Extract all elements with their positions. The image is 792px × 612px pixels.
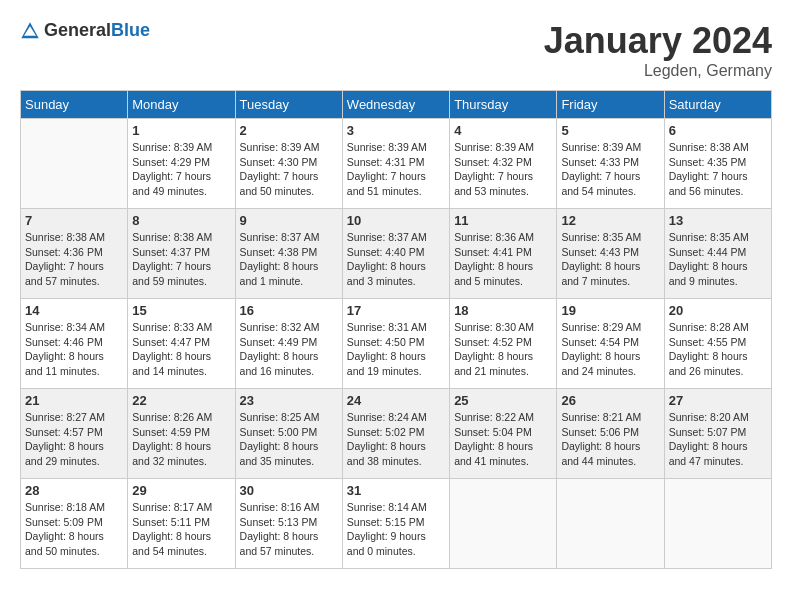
day-number: 11 [454, 213, 552, 228]
calendar-cell: 15Sunrise: 8:33 AMSunset: 4:47 PMDayligh… [128, 299, 235, 389]
day-number: 15 [132, 303, 230, 318]
day-info: Sunrise: 8:38 AMSunset: 4:35 PMDaylight:… [669, 140, 767, 199]
day-info: Sunrise: 8:32 AMSunset: 4:49 PMDaylight:… [240, 320, 338, 379]
day-number: 10 [347, 213, 445, 228]
day-info: Sunrise: 8:39 AMSunset: 4:29 PMDaylight:… [132, 140, 230, 199]
day-number: 25 [454, 393, 552, 408]
calendar-cell: 8Sunrise: 8:38 AMSunset: 4:37 PMDaylight… [128, 209, 235, 299]
day-info: Sunrise: 8:35 AMSunset: 4:43 PMDaylight:… [561, 230, 659, 289]
calendar-cell: 24Sunrise: 8:24 AMSunset: 5:02 PMDayligh… [342, 389, 449, 479]
day-info: Sunrise: 8:26 AMSunset: 4:59 PMDaylight:… [132, 410, 230, 469]
day-info: Sunrise: 8:14 AMSunset: 5:15 PMDaylight:… [347, 500, 445, 559]
calendar-cell: 31Sunrise: 8:14 AMSunset: 5:15 PMDayligh… [342, 479, 449, 569]
day-info: Sunrise: 8:31 AMSunset: 4:50 PMDaylight:… [347, 320, 445, 379]
logo-blue: Blue [111, 20, 150, 40]
col-header-sunday: Sunday [21, 91, 128, 119]
calendar-cell: 25Sunrise: 8:22 AMSunset: 5:04 PMDayligh… [450, 389, 557, 479]
day-number: 8 [132, 213, 230, 228]
day-number: 29 [132, 483, 230, 498]
day-info: Sunrise: 8:30 AMSunset: 4:52 PMDaylight:… [454, 320, 552, 379]
day-number: 7 [25, 213, 123, 228]
logo: GeneralBlue [20, 20, 150, 41]
day-info: Sunrise: 8:18 AMSunset: 5:09 PMDaylight:… [25, 500, 123, 559]
calendar-cell: 22Sunrise: 8:26 AMSunset: 4:59 PMDayligh… [128, 389, 235, 479]
day-info: Sunrise: 8:39 AMSunset: 4:30 PMDaylight:… [240, 140, 338, 199]
calendar-week-row: 14Sunrise: 8:34 AMSunset: 4:46 PMDayligh… [21, 299, 772, 389]
col-header-monday: Monday [128, 91, 235, 119]
calendar-cell: 17Sunrise: 8:31 AMSunset: 4:50 PMDayligh… [342, 299, 449, 389]
calendar-cell: 20Sunrise: 8:28 AMSunset: 4:55 PMDayligh… [664, 299, 771, 389]
calendar-cell: 29Sunrise: 8:17 AMSunset: 5:11 PMDayligh… [128, 479, 235, 569]
calendar-cell: 30Sunrise: 8:16 AMSunset: 5:13 PMDayligh… [235, 479, 342, 569]
calendar-cell [557, 479, 664, 569]
day-info: Sunrise: 8:38 AMSunset: 4:37 PMDaylight:… [132, 230, 230, 289]
calendar-cell [450, 479, 557, 569]
day-number: 13 [669, 213, 767, 228]
calendar-cell [21, 119, 128, 209]
calendar-cell: 19Sunrise: 8:29 AMSunset: 4:54 PMDayligh… [557, 299, 664, 389]
calendar-cell: 3Sunrise: 8:39 AMSunset: 4:31 PMDaylight… [342, 119, 449, 209]
calendar-header-row: SundayMondayTuesdayWednesdayThursdayFrid… [21, 91, 772, 119]
calendar-cell: 13Sunrise: 8:35 AMSunset: 4:44 PMDayligh… [664, 209, 771, 299]
day-number: 18 [454, 303, 552, 318]
day-info: Sunrise: 8:34 AMSunset: 4:46 PMDaylight:… [25, 320, 123, 379]
day-info: Sunrise: 8:37 AMSunset: 4:40 PMDaylight:… [347, 230, 445, 289]
calendar-cell: 23Sunrise: 8:25 AMSunset: 5:00 PMDayligh… [235, 389, 342, 479]
day-number: 26 [561, 393, 659, 408]
calendar-cell: 11Sunrise: 8:36 AMSunset: 4:41 PMDayligh… [450, 209, 557, 299]
calendar-cell: 12Sunrise: 8:35 AMSunset: 4:43 PMDayligh… [557, 209, 664, 299]
logo-icon [20, 21, 40, 41]
day-info: Sunrise: 8:38 AMSunset: 4:36 PMDaylight:… [25, 230, 123, 289]
calendar-week-row: 1Sunrise: 8:39 AMSunset: 4:29 PMDaylight… [21, 119, 772, 209]
day-info: Sunrise: 8:39 AMSunset: 4:32 PMDaylight:… [454, 140, 552, 199]
day-info: Sunrise: 8:27 AMSunset: 4:57 PMDaylight:… [25, 410, 123, 469]
col-header-wednesday: Wednesday [342, 91, 449, 119]
day-number: 1 [132, 123, 230, 138]
month-title: January 2024 [544, 20, 772, 62]
calendar-cell [664, 479, 771, 569]
day-info: Sunrise: 8:37 AMSunset: 4:38 PMDaylight:… [240, 230, 338, 289]
calendar-cell: 28Sunrise: 8:18 AMSunset: 5:09 PMDayligh… [21, 479, 128, 569]
day-info: Sunrise: 8:29 AMSunset: 4:54 PMDaylight:… [561, 320, 659, 379]
day-info: Sunrise: 8:39 AMSunset: 4:31 PMDaylight:… [347, 140, 445, 199]
day-number: 30 [240, 483, 338, 498]
col-header-saturday: Saturday [664, 91, 771, 119]
col-header-friday: Friday [557, 91, 664, 119]
day-info: Sunrise: 8:39 AMSunset: 4:33 PMDaylight:… [561, 140, 659, 199]
day-number: 16 [240, 303, 338, 318]
logo-general: General [44, 20, 111, 40]
calendar-cell: 18Sunrise: 8:30 AMSunset: 4:52 PMDayligh… [450, 299, 557, 389]
calendar: SundayMondayTuesdayWednesdayThursdayFrid… [20, 90, 772, 569]
day-number: 14 [25, 303, 123, 318]
calendar-cell: 10Sunrise: 8:37 AMSunset: 4:40 PMDayligh… [342, 209, 449, 299]
calendar-week-row: 28Sunrise: 8:18 AMSunset: 5:09 PMDayligh… [21, 479, 772, 569]
day-number: 17 [347, 303, 445, 318]
calendar-week-row: 21Sunrise: 8:27 AMSunset: 4:57 PMDayligh… [21, 389, 772, 479]
location-title: Legden, Germany [544, 62, 772, 80]
calendar-cell: 4Sunrise: 8:39 AMSunset: 4:32 PMDaylight… [450, 119, 557, 209]
day-info: Sunrise: 8:21 AMSunset: 5:06 PMDaylight:… [561, 410, 659, 469]
day-info: Sunrise: 8:33 AMSunset: 4:47 PMDaylight:… [132, 320, 230, 379]
day-number: 31 [347, 483, 445, 498]
day-number: 19 [561, 303, 659, 318]
calendar-cell: 9Sunrise: 8:37 AMSunset: 4:38 PMDaylight… [235, 209, 342, 299]
calendar-cell: 16Sunrise: 8:32 AMSunset: 4:49 PMDayligh… [235, 299, 342, 389]
day-number: 12 [561, 213, 659, 228]
day-number: 9 [240, 213, 338, 228]
col-header-tuesday: Tuesday [235, 91, 342, 119]
col-header-thursday: Thursday [450, 91, 557, 119]
calendar-cell: 21Sunrise: 8:27 AMSunset: 4:57 PMDayligh… [21, 389, 128, 479]
day-number: 5 [561, 123, 659, 138]
calendar-cell: 6Sunrise: 8:38 AMSunset: 4:35 PMDaylight… [664, 119, 771, 209]
title-area: January 2024 Legden, Germany [544, 20, 772, 80]
day-info: Sunrise: 8:35 AMSunset: 4:44 PMDaylight:… [669, 230, 767, 289]
calendar-cell: 1Sunrise: 8:39 AMSunset: 4:29 PMDaylight… [128, 119, 235, 209]
calendar-cell: 7Sunrise: 8:38 AMSunset: 4:36 PMDaylight… [21, 209, 128, 299]
day-number: 24 [347, 393, 445, 408]
day-info: Sunrise: 8:24 AMSunset: 5:02 PMDaylight:… [347, 410, 445, 469]
calendar-cell: 26Sunrise: 8:21 AMSunset: 5:06 PMDayligh… [557, 389, 664, 479]
day-number: 3 [347, 123, 445, 138]
day-number: 23 [240, 393, 338, 408]
calendar-cell: 2Sunrise: 8:39 AMSunset: 4:30 PMDaylight… [235, 119, 342, 209]
header: GeneralBlue January 2024 Legden, Germany [20, 20, 772, 80]
